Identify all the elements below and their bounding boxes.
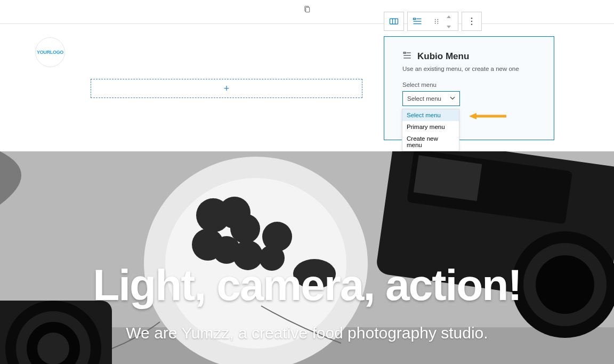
more-options-button[interactable] <box>462 12 481 30</box>
toolbar-group-more <box>462 12 482 31</box>
svg-rect-2 <box>390 19 398 24</box>
document-icon <box>303 5 311 14</box>
panel-description: Use an existing menu, or create a new on… <box>402 66 536 72</box>
chevron-down-icon <box>450 95 455 102</box>
svg-point-10 <box>437 19 438 20</box>
add-block-placeholder[interactable]: + <box>91 79 362 98</box>
move-down-button[interactable] <box>446 21 458 31</box>
annotation-arrow-icon <box>469 112 506 120</box>
svg-rect-1 <box>306 7 310 12</box>
site-logo[interactable]: YOURLOGO <box>35 37 65 67</box>
option-select-menu[interactable]: Select menu <box>402 109 459 121</box>
svg-point-14 <box>437 23 438 24</box>
hero-subheading: We are Yumzz, a creative food photograph… <box>0 324 614 342</box>
select-menu-options: Select menu Primary menu Create new menu <box>402 109 459 151</box>
plus-icon: + <box>224 83 230 94</box>
select-menu-label: Select menu <box>402 82 536 88</box>
select-menu-dropdown[interactable]: Select menu <box>402 91 460 106</box>
svg-point-9 <box>435 19 436 20</box>
top-divider <box>0 23 614 24</box>
hero-text: Light, camera, action! We are Yumzz, a c… <box>0 263 614 342</box>
svg-marker-23 <box>469 113 476 119</box>
menu-block-icon <box>402 51 412 62</box>
svg-rect-18 <box>403 52 406 53</box>
toolbar-group-parent <box>384 12 404 31</box>
toolbar-group-block <box>407 12 458 31</box>
drag-handle-button[interactable] <box>427 12 446 30</box>
logo-text: YOURLOGO <box>37 50 63 55</box>
panel-title-row: Kubio Menu <box>402 51 536 62</box>
hero-section: Light, camera, action! We are Yumzz, a c… <box>0 151 614 364</box>
option-primary-menu[interactable]: Primary menu <box>402 121 459 133</box>
option-create-new-menu[interactable]: Create new menu <box>402 133 459 151</box>
svg-point-11 <box>435 21 436 22</box>
svg-point-15 <box>471 18 473 19</box>
block-selector-handle[interactable] <box>0 5 614 14</box>
select-value: Select menu <box>407 95 441 102</box>
block-type-menu-button[interactable] <box>408 12 427 30</box>
block-toolbar <box>384 12 482 31</box>
svg-point-17 <box>471 24 473 26</box>
hero-heading: Light, camera, action! <box>0 263 614 307</box>
svg-point-16 <box>471 21 473 22</box>
svg-rect-5 <box>414 18 416 20</box>
svg-point-13 <box>435 23 436 24</box>
select-parent-columns-button[interactable] <box>384 12 403 30</box>
panel-title: Kubio Menu <box>417 51 469 62</box>
svg-point-12 <box>437 21 438 22</box>
move-up-button[interactable] <box>446 12 458 21</box>
block-mover <box>446 12 458 30</box>
